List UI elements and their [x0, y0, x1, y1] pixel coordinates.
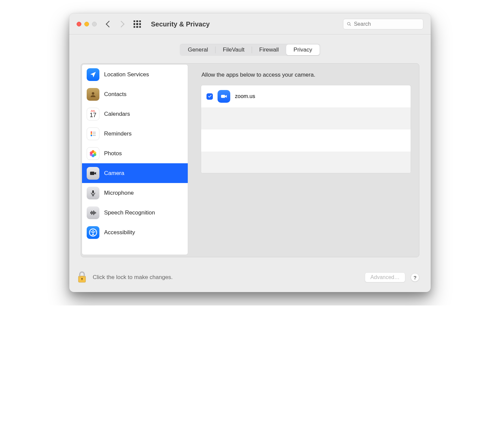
sidebar-item-location-services[interactable]: Location Services: [82, 65, 188, 84]
sidebar-item-label: Contacts: [104, 91, 127, 98]
svg-point-0: [347, 22, 350, 25]
content-panel: Allow the apps below to access your came…: [193, 64, 418, 256]
accessibility-icon: [87, 226, 99, 239]
back-button[interactable]: [106, 21, 112, 27]
content-heading: Allow the apps below to access your came…: [201, 72, 411, 78]
sidebar-item-speech-recognition[interactable]: Speech Recognition: [82, 203, 188, 222]
sidebar-item-label: Photos: [104, 150, 122, 157]
tab-firewall[interactable]: Firewall: [252, 44, 286, 55]
location-icon: [87, 68, 99, 81]
svg-rect-31: [82, 279, 82, 280]
privacy-category-sidebar: Location Services Contacts JUL 17 Calend…: [82, 64, 188, 255]
window-title: Security & Privacy: [151, 20, 210, 28]
svg-line-1: [350, 25, 351, 26]
help-button[interactable]: ?: [411, 273, 419, 282]
lock-label: Click the lock to make changes.: [93, 274, 173, 281]
svg-point-7: [91, 135, 92, 136]
sidebar-item-label: Calendars: [104, 111, 130, 117]
apps-list: zoom.us: [201, 85, 411, 173]
search-input[interactable]: [354, 21, 420, 27]
show-all-button[interactable]: [134, 20, 141, 28]
contacts-icon: [87, 88, 99, 101]
zoom-window-button[interactable]: [92, 22, 97, 26]
camera-icon: [87, 167, 99, 180]
sidebar-item-label: Location Services: [104, 71, 149, 78]
app-row-empty: [201, 129, 411, 152]
tab-bar: General FileVault Firewall Privacy: [180, 44, 320, 56]
speech-icon: [87, 206, 99, 219]
svg-point-26: [92, 230, 94, 231]
svg-point-2: [92, 92, 94, 94]
app-name: zoom.us: [235, 93, 255, 99]
footer: Click the lock to make changes. Advanced…: [69, 265, 431, 292]
lock-button[interactable]: [77, 271, 87, 284]
lock-icon: [77, 271, 87, 284]
search-icon: [347, 21, 351, 27]
forward-button[interactable]: [118, 21, 124, 27]
tab-filevault[interactable]: FileVault: [216, 44, 252, 55]
svg-rect-16: [92, 190, 94, 193]
sidebar-item-photos[interactable]: Photos: [82, 144, 188, 163]
sidebar-item-contacts[interactable]: Contacts: [82, 84, 188, 104]
svg-rect-27: [221, 95, 225, 98]
reminders-icon: [87, 127, 99, 140]
photos-icon: [87, 147, 99, 160]
sidebar-item-label: Accessibility: [104, 229, 135, 236]
app-row: zoom.us: [201, 85, 411, 107]
sidebar-item-label: Camera: [104, 170, 124, 177]
svg-point-14: [90, 151, 93, 154]
sidebar-item-label: Speech Recognition: [104, 209, 155, 216]
minimize-window-button[interactable]: [84, 22, 89, 26]
sidebar-item-label: Reminders: [104, 130, 132, 137]
zoom-app-icon: [218, 90, 230, 103]
app-row-empty: [201, 107, 411, 129]
nav-arrows: [107, 22, 123, 26]
preferences-window: Security & Privacy General FileVault Fir…: [69, 13, 431, 292]
svg-point-5: [91, 133, 92, 135]
window-controls: [77, 22, 97, 26]
sidebar-item-calendars[interactable]: JUL 17 Calendars: [82, 104, 188, 124]
advanced-button[interactable]: Advanced…: [365, 272, 405, 282]
tab-privacy[interactable]: Privacy: [286, 44, 320, 55]
svg-point-3: [91, 131, 92, 133]
content-panels: Location Services Contacts JUL 17 Calend…: [81, 63, 419, 257]
calendar-icon: JUL 17: [87, 108, 99, 120]
sidebar-item-camera[interactable]: Camera: [82, 163, 188, 183]
close-window-button[interactable]: [77, 22, 81, 26]
sidebar-item-accessibility[interactable]: Accessibility: [82, 222, 188, 242]
tab-general[interactable]: General: [180, 44, 215, 55]
app-row-empty: [201, 152, 411, 173]
microphone-icon: [87, 187, 99, 199]
svg-rect-15: [90, 172, 94, 175]
sidebar-item-reminders[interactable]: Reminders: [82, 124, 188, 144]
titlebar: Security & Privacy: [69, 13, 431, 34]
sidebar-item-label: Microphone: [104, 190, 134, 196]
sidebar-item-microphone[interactable]: Microphone: [82, 183, 188, 203]
search-field[interactable]: [343, 19, 423, 29]
app-permission-checkbox[interactable]: [206, 93, 213, 100]
